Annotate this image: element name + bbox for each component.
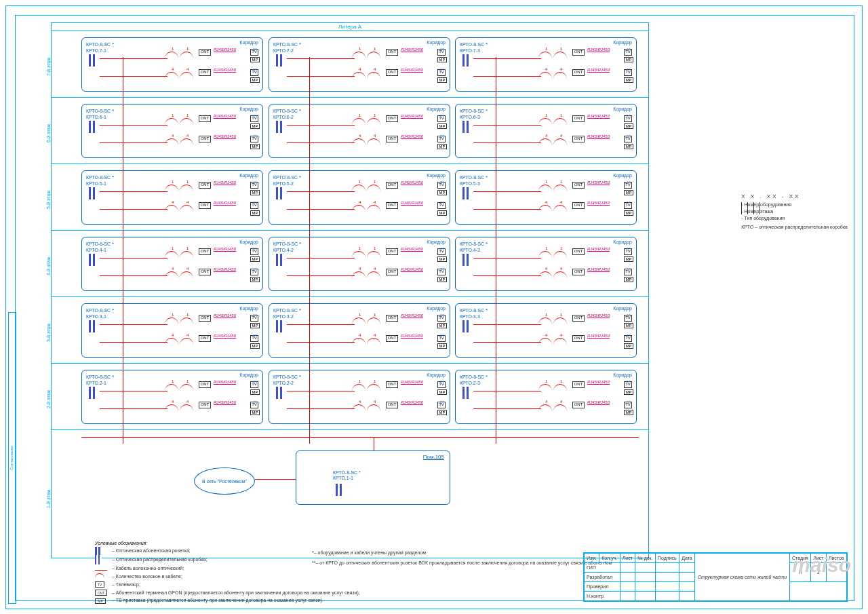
note-star: ** xyxy=(440,67,444,73)
corridor-label: Коридор xyxy=(239,40,258,45)
krto-icon xyxy=(462,54,472,66)
corridor-label: Коридор xyxy=(239,107,258,111)
krto-icon xyxy=(462,121,472,133)
fiber-line xyxy=(100,58,167,59)
ont-box: ONT xyxy=(199,136,211,142)
krto-label: КРТО-8-SC *КРТО.3-2 xyxy=(273,307,301,320)
note-star: ** xyxy=(627,246,631,252)
corridor-box: Коридор КРТО-8-SC *КРТО.6-1 11 44 ONT ON… xyxy=(81,104,263,158)
note-star: ** xyxy=(440,379,444,385)
cable-label: RJ45/RJ450 xyxy=(401,180,423,185)
corridor-box: Коридор КРТО-8-SC *КРТО.6-3 11 44 ONT ON… xyxy=(455,104,637,158)
corridor-label: Коридор xyxy=(613,173,632,178)
ont-box: ONT xyxy=(386,402,398,408)
floor-row: 3-й этаж Коридор КРТО-8-SC *КРТО.3-1 11 … xyxy=(52,297,648,364)
ont-box: ONT xyxy=(199,69,211,76)
krto-label: КРТО-8-SC *КРТО.6-2 xyxy=(273,108,301,120)
ont-box: ONT xyxy=(199,248,211,255)
corridor-box: Коридор КРТО-8-SC *КРТО.3-2 11 44 ONT ON… xyxy=(269,303,450,358)
cable-label: RJ45/RJ450 xyxy=(401,267,423,271)
ont-box: ONT xyxy=(572,315,585,322)
mp-box: МР xyxy=(624,343,633,349)
ont-box: ONT xyxy=(572,49,585,56)
cable-label: RJ45/RJ450 xyxy=(587,68,610,72)
ont-box: ONT xyxy=(199,49,211,56)
note-star: ** xyxy=(253,246,257,252)
fiber-line xyxy=(287,125,355,126)
floor-row: 2-й этаж Коридор КРТО-8-SC *КРТО.2-1 11 … xyxy=(52,364,648,430)
cable-label: RJ45/RJ450 xyxy=(401,201,423,205)
note-star: ** xyxy=(627,180,631,186)
cable-label: RJ45/RJ450 xyxy=(214,68,236,72)
krto-icon xyxy=(89,187,98,199)
ont-box: ONT xyxy=(386,335,398,342)
krto-icon xyxy=(462,254,472,266)
note-star: ** xyxy=(440,313,444,319)
fiber-line xyxy=(100,408,167,409)
tb-main-text: Структурная схема сети жилой части xyxy=(697,575,787,579)
cable-label: RJ45/RJ450 xyxy=(401,313,423,318)
krto-label: КРТО-8-SC *КРТО.4-1 xyxy=(86,241,114,253)
fiber-line xyxy=(473,258,541,258)
mp-box: МР xyxy=(624,389,633,395)
note-star: ** xyxy=(253,267,257,273)
note-star: ** xyxy=(253,47,257,53)
mp-box: МР xyxy=(624,77,633,83)
krto-icon xyxy=(89,254,98,266)
ont-box: ONT xyxy=(572,69,585,76)
krto-icon xyxy=(276,320,285,332)
cable-label: RJ45/RJ450 xyxy=(587,114,610,118)
corridor-label: Коридор xyxy=(613,107,632,111)
note-star: ** xyxy=(627,313,631,319)
tb-role: ГИП xyxy=(585,563,620,573)
cable-label: RJ45/RJ450 xyxy=(401,247,423,251)
corridor-box: Коридор КРТО-8-SC *КРТО.4-3 11 44 ONT ON… xyxy=(455,237,637,291)
code-legend-footer: КРТО – оптическая распределительная коро… xyxy=(741,225,848,229)
krto-icon xyxy=(276,187,285,199)
corridor-box: Коридор КРТО-8-SC *КРТО.5-2 11 44 ONT ON… xyxy=(269,170,450,225)
mp-box: МР xyxy=(624,123,633,129)
ont-box: ONT xyxy=(572,335,585,342)
cable-label: RJ45/RJ450 xyxy=(587,201,610,205)
fiber-line xyxy=(473,391,541,391)
krto-label: КРТО-8-SC *КРТО.6-1 xyxy=(86,108,114,120)
fold-strip: Согласовано xyxy=(8,312,42,604)
floor-label: 2-й этаж xyxy=(46,389,51,408)
krto-icon xyxy=(89,54,98,66)
legend-item: – Количество волокон в кабеле; xyxy=(95,573,360,581)
fiber-line xyxy=(100,142,167,143)
cable-label: RJ45/RJ450 xyxy=(401,47,423,52)
corridor-label: Коридор xyxy=(239,306,258,311)
mp-box: МР xyxy=(624,410,633,415)
krto-label: КРТО-8-SC *КРТО.2-3 xyxy=(460,374,488,386)
krto-icon xyxy=(276,121,285,133)
legend-header: Условные обозначения: xyxy=(95,539,360,547)
mp-box: МР xyxy=(624,277,633,282)
cable-label: RJ45/RJ450 xyxy=(214,313,236,318)
cable-label: RJ45/RJ450 xyxy=(401,68,423,72)
tb-role: Разработал xyxy=(585,573,620,582)
bus-line xyxy=(374,437,374,450)
fiber-line xyxy=(100,391,167,391)
fiber-line xyxy=(287,209,355,210)
corridor-label: Коридор xyxy=(239,239,258,244)
fiber-line xyxy=(287,58,355,59)
corridor-label: Коридор xyxy=(427,107,446,111)
corridor-label: Коридор xyxy=(613,306,632,311)
cable-label: RJ45/RJ450 xyxy=(214,334,236,338)
krto-label: КРТО-8-SC *КРТО.7-3 xyxy=(460,41,488,54)
mp-box: МР xyxy=(437,410,447,415)
fiber-line xyxy=(287,275,355,276)
ont-box: ONT xyxy=(572,182,585,189)
ont-box: ONT xyxy=(386,49,398,56)
bus-line xyxy=(81,437,639,438)
mp-box: МР xyxy=(624,144,633,149)
cable-label: RJ45/RJ450 xyxy=(401,114,423,118)
note-star: ** xyxy=(627,267,631,273)
floor-row: 6-й этаж Коридор КРТО-8-SC *КРТО.6-1 11 … xyxy=(52,98,648,164)
bus-line xyxy=(255,479,296,480)
floor-row: 7-й этаж Коридор КРТО-8-SC *КРТО.7-1 11 … xyxy=(52,31,648,98)
corridor-label: Коридор xyxy=(427,173,446,178)
mp-box: МР xyxy=(437,77,447,83)
legend-item: TV– Телевизор; xyxy=(95,581,360,589)
